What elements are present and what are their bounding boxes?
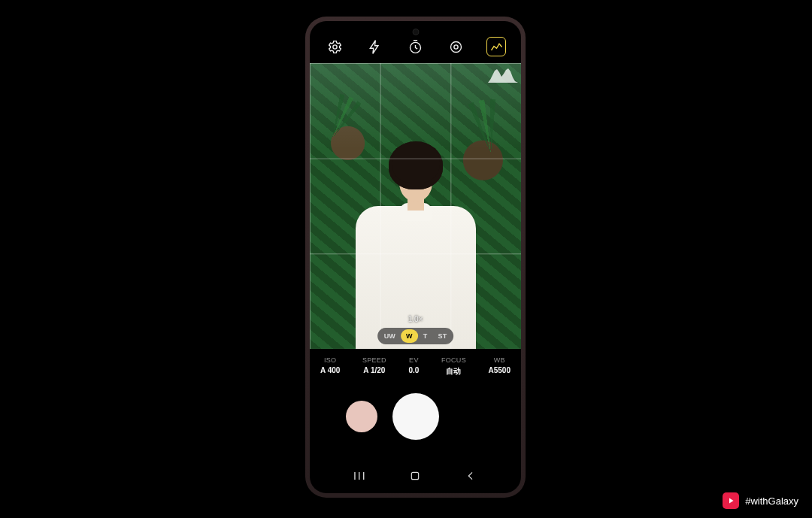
param-value: A5500: [489, 366, 511, 374]
pro-params-row: ISO A 400 SPEED A 1/20 EV 0.0 FOCUS 自动 W…: [310, 349, 521, 381]
param-value: 自动: [446, 366, 461, 377]
nav-recents-icon[interactable]: III: [350, 470, 371, 482]
svg-point-3: [454, 44, 458, 48]
lens-tab-st[interactable]: ST: [432, 329, 452, 343]
param-wb[interactable]: WB A5500: [489, 356, 511, 377]
ratio-icon[interactable]: [446, 37, 465, 56]
shutter-area: [310, 381, 521, 463]
param-label: EV: [409, 356, 419, 364]
phone-frame: 1.0× UW W T ST ISO A 400 SPEED A 1/20 EV…: [305, 17, 526, 498]
param-value: 0.0: [408, 366, 419, 374]
param-value: A 1/20: [363, 366, 385, 374]
withgalaxy-badge[interactable]: #withGalaxy: [723, 492, 798, 509]
gallery-thumbnail[interactable]: [346, 401, 377, 432]
timer-icon[interactable]: [406, 37, 426, 56]
svg-point-2: [450, 41, 461, 52]
param-label: ISO: [324, 356, 336, 364]
camera-top-toolbar: [310, 21, 521, 63]
svg-rect-4: [412, 472, 419, 479]
param-ev[interactable]: EV 0.0: [408, 356, 419, 377]
param-focus[interactable]: FOCUS 自动: [441, 356, 466, 377]
histogram-overlay: [488, 66, 518, 83]
param-label: FOCUS: [441, 356, 466, 364]
nav-back-icon[interactable]: [460, 470, 481, 482]
lens-selector: UW W T ST: [377, 328, 454, 344]
zoom-level-label: 1.0×: [408, 315, 423, 323]
front-camera-punch-hole: [412, 29, 419, 35]
param-value: A 400: [320, 366, 340, 374]
param-iso[interactable]: ISO A 400: [320, 356, 340, 377]
viewfinder-subject: [348, 108, 483, 349]
lens-tab-t[interactable]: T: [418, 329, 433, 343]
svg-point-0: [332, 44, 336, 48]
camera-viewfinder[interactable]: 1.0× UW W T ST: [310, 63, 521, 349]
param-speed[interactable]: SPEED A 1/20: [362, 356, 386, 377]
youtube-icon: [723, 492, 739, 509]
histogram-toggle-icon[interactable]: [486, 37, 506, 56]
param-label: SPEED: [362, 356, 386, 364]
param-label: WB: [494, 356, 505, 364]
settings-icon[interactable]: [325, 37, 344, 56]
phone-screen: 1.0× UW W T ST ISO A 400 SPEED A 1/20 EV…: [310, 21, 521, 493]
flash-icon[interactable]: [365, 37, 385, 56]
nav-home-icon[interactable]: [404, 470, 426, 482]
android-nav-bar: III: [310, 463, 521, 493]
lens-tab-w[interactable]: W: [401, 329, 418, 343]
badge-text: #withGalaxy: [745, 495, 798, 507]
lens-tab-uw[interactable]: UW: [379, 329, 401, 343]
shutter-button[interactable]: [392, 393, 439, 440]
